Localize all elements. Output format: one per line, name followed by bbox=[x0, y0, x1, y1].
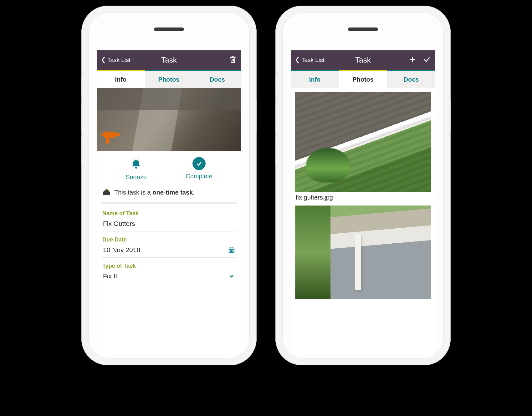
volume-button bbox=[275, 137, 276, 165]
app-screen: Task List Task bbox=[97, 50, 241, 358]
tab-label: Docs bbox=[210, 76, 225, 83]
name-input[interactable]: Fix Gutters bbox=[102, 219, 236, 231]
note-text: This task is a one-time task. bbox=[114, 189, 195, 196]
tab-bar: Info Photos Docs bbox=[291, 71, 435, 88]
svg-point-13 bbox=[231, 251, 232, 252]
task-actions: z z z Snooze Complete bbox=[97, 151, 241, 185]
svg-point-12 bbox=[230, 251, 231, 252]
app-header: Task List Task bbox=[291, 50, 435, 70]
divider bbox=[101, 202, 237, 204]
type-select[interactable]: Fix It bbox=[102, 271, 236, 284]
tab-label: Info bbox=[115, 76, 127, 83]
field-value: Fix Gutters bbox=[103, 220, 135, 227]
plus-icon bbox=[408, 55, 417, 63]
bell-icon: z z z bbox=[130, 157, 142, 171]
svg-point-14 bbox=[233, 251, 233, 252]
tab-bar: Info Photos Docs bbox=[97, 71, 241, 88]
snooze-label: Snooze bbox=[125, 174, 147, 181]
volume-button bbox=[81, 103, 82, 131]
calendar-icon bbox=[228, 246, 235, 253]
field-label: Type of Task bbox=[102, 263, 236, 269]
field-type: Type of Task Fix It bbox=[97, 260, 241, 286]
svg-text:z: z bbox=[136, 157, 136, 159]
phone-right: Task List Task bbox=[275, 6, 451, 365]
field-value: Fix It bbox=[103, 272, 117, 280]
photo-item[interactable] bbox=[295, 205, 431, 299]
tab-photos[interactable]: Photos bbox=[145, 71, 193, 88]
trash-icon bbox=[229, 55, 237, 63]
photo-item[interactable]: fix gutters.jpg bbox=[295, 92, 431, 201]
photo-thumbnail bbox=[295, 205, 431, 299]
tab-photos[interactable]: Photos bbox=[339, 71, 387, 88]
field-label: Name of Task bbox=[102, 210, 236, 217]
tab-info[interactable]: Info bbox=[97, 71, 145, 88]
photos-list: fix gutters.jpg bbox=[291, 88, 435, 307]
svg-point-11 bbox=[233, 250, 233, 251]
check-icon bbox=[423, 55, 431, 63]
field-label: Due Date bbox=[102, 236, 236, 243]
svg-text:z: z bbox=[133, 158, 134, 160]
phone-speaker bbox=[154, 28, 184, 31]
drill-icon bbox=[100, 128, 122, 147]
volume-button bbox=[275, 103, 276, 131]
check-circle-icon bbox=[192, 157, 206, 170]
tab-label: Photos bbox=[158, 76, 180, 83]
field-name: Name of Task Fix Gutters bbox=[97, 207, 241, 233]
back-label: Task List bbox=[107, 57, 130, 63]
chevron-left-icon bbox=[295, 56, 299, 64]
complete-label: Complete bbox=[186, 173, 212, 180]
task-hero-image bbox=[97, 88, 241, 151]
house-icon bbox=[102, 187, 111, 198]
tab-docs[interactable]: Docs bbox=[387, 71, 435, 88]
svg-point-9 bbox=[230, 250, 231, 251]
app-header: Task List Task bbox=[97, 50, 241, 70]
svg-point-10 bbox=[231, 250, 232, 251]
field-due-date: Due Date 10 Nov 2018 bbox=[97, 233, 241, 260]
task-note: This task is a one-time task. bbox=[97, 185, 241, 202]
chevron-down-icon bbox=[228, 273, 235, 280]
svg-text:z: z bbox=[138, 158, 139, 160]
add-button[interactable] bbox=[408, 55, 417, 65]
complete-button[interactable]: Complete bbox=[186, 157, 212, 181]
volume-button bbox=[275, 78, 276, 95]
back-label: Task List bbox=[301, 57, 325, 63]
photo-thumbnail bbox=[295, 92, 431, 192]
svg-point-4 bbox=[135, 167, 137, 169]
volume-button bbox=[81, 137, 82, 165]
field-value: 10 Nov 2018 bbox=[103, 246, 140, 254]
back-button[interactable]: Task List bbox=[295, 56, 325, 64]
tab-label: Photos bbox=[352, 76, 374, 83]
tab-label: Info bbox=[309, 76, 321, 83]
tab-docs[interactable]: Docs bbox=[193, 71, 241, 88]
volume-button bbox=[81, 78, 82, 95]
photo-caption: fix gutters.jpg bbox=[295, 192, 431, 201]
back-button[interactable]: Task List bbox=[101, 56, 130, 64]
snooze-button[interactable]: z z z Snooze bbox=[125, 157, 147, 181]
confirm-button[interactable] bbox=[423, 55, 431, 65]
power-button bbox=[256, 99, 257, 131]
svg-rect-0 bbox=[115, 133, 120, 136]
tab-label: Docs bbox=[404, 76, 419, 83]
delete-button[interactable] bbox=[229, 55, 237, 65]
phone-speaker bbox=[348, 28, 378, 31]
tab-info[interactable]: Info bbox=[291, 71, 339, 88]
chevron-left-icon bbox=[101, 56, 105, 64]
phone-left: Task List Task bbox=[81, 6, 257, 365]
power-button bbox=[450, 99, 451, 131]
due-date-input[interactable]: 10 Nov 2018 bbox=[102, 245, 236, 258]
app-screen: Task List Task bbox=[291, 50, 435, 358]
